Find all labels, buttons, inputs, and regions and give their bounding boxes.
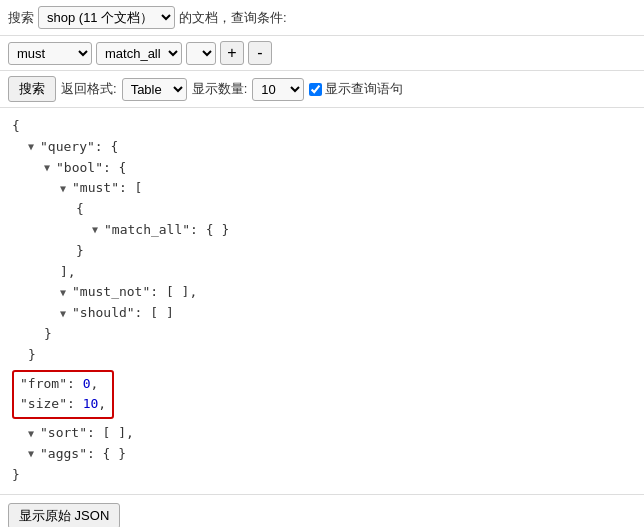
json-match-all: ▼ "match_all": { } [92, 220, 632, 241]
json-brace-close: } [76, 241, 632, 262]
json-must-not: ▼ "must_not": [ ], [60, 282, 632, 303]
size-key-text: "size": [20, 394, 83, 415]
count-label: 显示数量: [192, 80, 248, 98]
json-should: ▼ "should": [ ] [60, 303, 632, 324]
should-text: "should": [ ] [72, 303, 174, 324]
query-close-text: } [28, 345, 36, 366]
json-tree: { ▼ "query": { ▼ "bool": { ▼ "must": [ {… [0, 108, 644, 494]
aggs-triangle[interactable]: ▼ [28, 446, 40, 462]
json-root-close: } [12, 465, 632, 486]
from-comma: , [90, 374, 98, 395]
size-comma: , [98, 394, 106, 415]
search-label: 搜索 [8, 9, 34, 27]
show-query-checkbox[interactable] [309, 83, 322, 96]
show-query-label: 显示查询语句 [325, 80, 403, 98]
json-aggs: ▼ "aggs": { } [28, 444, 632, 465]
toolbar-row-1: 搜索 shop (11 个文档） 的文档，查询条件: [0, 0, 644, 36]
format-label: 返回格式: [61, 80, 117, 98]
must-not-text: "must_not": [ ], [72, 282, 197, 303]
json-bool-close: } [44, 324, 632, 345]
sort-text: "sort": [ ], [40, 423, 134, 444]
from-value: 0 [83, 374, 91, 395]
match-all-triangle[interactable]: ▼ [92, 222, 104, 238]
inner-brace-close: } [76, 241, 84, 262]
json-sort: ▼ "sort": [ ], [28, 423, 632, 444]
bracket-close-text: ], [60, 262, 76, 283]
count-select[interactable]: 5 10 20 50 100 [252, 78, 304, 101]
size-value: 10 [83, 394, 99, 415]
search-button[interactable]: 搜索 [8, 76, 56, 102]
remove-condition-button[interactable]: - [248, 41, 272, 65]
size-line: "size": 10, [20, 394, 106, 415]
show-query-checkbox-label[interactable]: 显示查询语句 [309, 80, 403, 98]
root-brace-open: { [12, 116, 20, 137]
json-query-close: } [28, 345, 632, 366]
should-triangle[interactable]: ▼ [60, 306, 72, 322]
query-key-text: "query": { [40, 137, 118, 158]
docs-label: 的文档，查询条件: [179, 9, 287, 27]
bool-triangle[interactable]: ▼ [44, 160, 56, 176]
aggs-text: "aggs": { } [40, 444, 126, 465]
must-not-triangle[interactable]: ▼ [60, 285, 72, 301]
json-must-key: ▼ "must": [ [60, 178, 632, 199]
json-query-key: ▼ "query": { [28, 137, 632, 158]
from-size-box: "from": 0, "size": 10, [12, 370, 114, 420]
toolbar-row-2: must must_not should filter match_all ma… [0, 36, 644, 71]
json-brace-open: { [76, 199, 632, 220]
match-all-text: "match_all": { } [104, 220, 229, 241]
must-triangle[interactable]: ▼ [60, 181, 72, 197]
from-line: "from": 0, [20, 374, 106, 395]
footer-bar: 显示原始 JSON [0, 494, 644, 527]
query-triangle[interactable]: ▼ [28, 139, 40, 155]
highlighted-section: "from": 0, "size": 10, [12, 368, 632, 422]
format-select[interactable]: Table JSON [122, 78, 187, 101]
match-select[interactable]: match_all match term range bool [96, 42, 182, 65]
sort-triangle[interactable]: ▼ [28, 426, 40, 442]
toolbar-row-3: 搜索 返回格式: Table JSON 显示数量: 5 10 20 50 100… [0, 71, 644, 108]
show-raw-json-button[interactable]: 显示原始 JSON [8, 503, 120, 527]
must-select[interactable]: must must_not should filter [8, 42, 92, 65]
json-bracket-close: ], [60, 262, 632, 283]
must-key-text: "must": [ [72, 178, 142, 199]
value-select[interactable] [186, 42, 216, 65]
json-bool-key: ▼ "bool": { [44, 158, 632, 179]
add-condition-button[interactable]: + [220, 41, 244, 65]
index-select[interactable]: shop (11 个文档） [38, 6, 175, 29]
inner-brace-open: { [76, 199, 84, 220]
bool-key-text: "bool": { [56, 158, 126, 179]
json-root-open: { [12, 116, 632, 137]
root-brace-close: } [12, 465, 20, 486]
from-key-text: "from": [20, 374, 83, 395]
bool-close-text: } [44, 324, 52, 345]
